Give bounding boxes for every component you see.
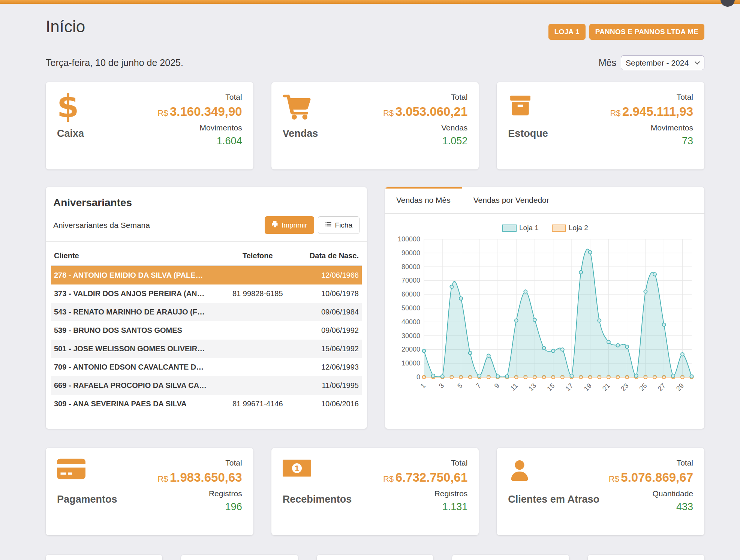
card-label: Pagamentos — [57, 494, 117, 505]
print-button[interactable]: Imprimir — [265, 216, 314, 234]
month-picker: Mês September - 2024 — [599, 55, 704, 70]
sales-chart: 0100002000030000400005000060000700008000… — [385, 214, 704, 403]
column-header-birthdate: Data de Nasc. — [290, 246, 362, 266]
table-row[interactable]: 373 - VALDIR DOS ANJOS PEREIRA (AN… 81 9… — [51, 284, 362, 303]
total-amount: R$ 5.076.869,67 — [609, 470, 693, 485]
card-label: Caixa — [57, 128, 84, 139]
svg-text:80000: 80000 — [401, 263, 420, 271]
sales-chart-card: Vendas no Mês Vendas por Vendedor 010000… — [385, 187, 704, 429]
company-button[interactable]: PANNOS E PANNOS LTDA ME — [589, 24, 704, 40]
pagamentos-card: Pagamentos Total R$ 1.983.650,63 Registr… — [46, 448, 253, 535]
vendedores-shortcut-card[interactable]: Vendedores — [588, 555, 704, 560]
svg-text:0: 0 — [416, 373, 420, 381]
svg-text:1: 1 — [419, 382, 427, 390]
column-header-phone: Telefone — [225, 246, 290, 266]
svg-text:70000: 70000 — [401, 277, 420, 284]
metric-label: Quantidade — [652, 489, 693, 498]
total-amount: R$ 2.945.111,93 — [610, 105, 693, 119]
sales-tabs: Vendas no Mês Vendas por Vendedor — [385, 187, 704, 214]
clientes-shortcut-card[interactable]: Clientes — [46, 555, 162, 560]
table-row[interactable]: 709 - ANTONIO EDSON CAVALCANTE D… 12/06/… — [51, 358, 362, 376]
svg-text:Loja 2: Loja 2 — [569, 224, 588, 232]
header-buttons: LOJA 1 PANNOS E PANNOS LTDA ME — [548, 24, 704, 40]
table-row[interactable]: 278 - ANTONIO EMIDIO DA SILVA (PALE… 12/… — [51, 266, 362, 284]
month-label: Mês — [599, 57, 616, 68]
ficha-button[interactable]: Ficha — [318, 216, 360, 234]
total-amount: R$ 6.732.750,61 — [383, 470, 467, 485]
svg-text:60000: 60000 — [401, 290, 420, 298]
box-icon — [508, 93, 548, 122]
svg-text:29: 29 — [675, 382, 685, 392]
svg-text:25: 25 — [638, 382, 648, 392]
dollar-icon: $ — [57, 93, 84, 122]
sales-chart-svg: 0100002000030000400005000060000700008000… — [394, 223, 698, 402]
svg-text:17: 17 — [564, 382, 574, 392]
current-date: Terça-feira, 10 de junho de 2025. — [46, 57, 183, 68]
column-header-client: Cliente — [51, 246, 225, 266]
table-row[interactable]: 309 - ANA SEVERINA PAES DA SILVA 81 9967… — [51, 395, 362, 413]
svg-text:9: 9 — [493, 382, 501, 390]
caixa-card: $ Caixa Total R$ 3.160.349,90 Movimentos… — [46, 82, 253, 169]
svg-text:30000: 30000 — [401, 332, 420, 340]
birthdays-title: Aniversariantes — [53, 197, 360, 209]
fornecedores-shortcut-card[interactable]: Fornecedores — [317, 555, 433, 560]
produtos-shortcut-card[interactable]: Produtos — [181, 555, 298, 560]
svg-text:27: 27 — [656, 382, 667, 392]
bottom-stat-cards: Pagamentos Total R$ 1.983.650,63 Registr… — [46, 448, 704, 535]
date-row: Terça-feira, 10 de junho de 2025. Mês Se… — [46, 55, 704, 70]
svg-text:13: 13 — [527, 382, 538, 392]
card-label: Clientes em Atraso — [508, 494, 599, 505]
month-select[interactable]: September - 2024 — [621, 55, 704, 70]
total-label: Total — [451, 93, 467, 102]
metric-value: 433 — [676, 501, 693, 513]
table-row[interactable]: 539 - BRUNO DOS SANTOS GOMES 09/06/1992 — [51, 321, 362, 340]
estoque-card: Estoque Total R$ 2.945.111,93 Movimentos… — [497, 82, 704, 169]
metric-value: 1.131 — [442, 501, 468, 513]
total-label: Total — [677, 458, 693, 467]
tab-vendas-por-vendedor[interactable]: Vendas por Vendedor — [462, 187, 560, 213]
svg-text:3: 3 — [437, 382, 445, 390]
total-amount: R$ 1.983.650,63 — [157, 470, 242, 485]
total-amount: R$ 3.160.349,90 — [157, 105, 242, 119]
middle-row: Aniversariantes Aniversariantes da Seman… — [46, 187, 704, 429]
card-label: Vendas — [283, 128, 318, 139]
svg-text:50000: 50000 — [401, 304, 420, 312]
usuarios-shortcut-card[interactable]: Usuários — [452, 555, 569, 560]
svg-text:10000: 10000 — [401, 359, 420, 367]
metric-value: 196 — [225, 501, 242, 513]
birthdays-card: Aniversariantes Aniversariantes da Seman… — [46, 187, 367, 429]
metric-label: Movimentos — [199, 123, 242, 132]
metric-value: 1.052 — [442, 135, 468, 147]
cart-icon — [283, 93, 318, 122]
recebimentos-card: 1 Recebimentos Total R$ 6.732.750,61 Reg… — [271, 448, 479, 535]
vendas-card: Vendas Total R$ 3.053.060,21 Vendas 1.05… — [271, 82, 479, 169]
metric-value: 73 — [682, 135, 693, 147]
table-row[interactable]: 501 - JOSE WELISSON GOMES OLIVEIR… 15/06… — [51, 340, 362, 358]
top-accent-bar — [0, 0, 740, 4]
metric-label: Registros — [209, 489, 242, 498]
metric-value: 1.604 — [217, 135, 242, 147]
clientes-em-atraso-card: Clientes em Atraso Total R$ 5.076.869,67… — [497, 448, 704, 535]
card-label: Estoque — [508, 128, 548, 139]
svg-text:1: 1 — [294, 464, 299, 473]
divider — [46, 241, 367, 242]
credit-card-icon — [57, 458, 117, 488]
tab-vendas-no-mes[interactable]: Vendas no Mês — [385, 187, 462, 213]
total-label: Total — [451, 458, 467, 467]
footer-shortcut-cards: Clientes Produtos Fornecedores Usuários … — [46, 555, 704, 560]
total-label: Total — [225, 93, 242, 102]
table-row[interactable]: 669 - RAFAELA PROCOPIO DA SILVA CA… 11/0… — [51, 376, 362, 395]
table-row[interactable]: 543 - RENATO MARINHO DE ARAUJO (F… 09/06… — [51, 303, 362, 321]
svg-text:90000: 90000 — [401, 249, 420, 257]
store-button[interactable]: LOJA 1 — [548, 24, 586, 40]
svg-text:21: 21 — [601, 382, 611, 392]
top-stat-cards: $ Caixa Total R$ 3.160.349,90 Movimentos… — [46, 82, 704, 169]
card-label: Recebimentos — [283, 494, 352, 505]
svg-text:20000: 20000 — [401, 346, 420, 353]
metric-label: Vendas — [441, 123, 467, 132]
total-amount: R$ 3.053.060,21 — [383, 105, 467, 119]
svg-text:23: 23 — [619, 382, 630, 392]
page-title: Início — [46, 17, 85, 36]
printer-icon — [271, 221, 278, 229]
svg-text:11: 11 — [509, 382, 519, 392]
